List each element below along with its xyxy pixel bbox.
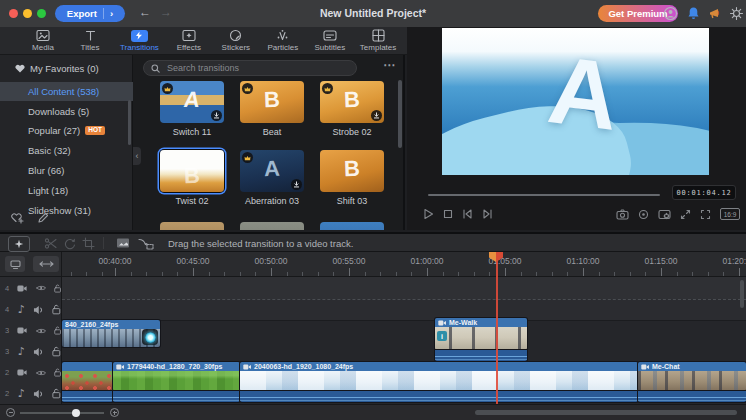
lock-icon[interactable]	[52, 388, 61, 399]
transition-card-beat[interactable]: B Beat	[240, 81, 304, 137]
sidebar-item-blur[interactable]: Blur (66)	[0, 161, 133, 180]
mute-speaker-icon[interactable]	[33, 305, 45, 315]
undo-back-icon[interactable]: ←	[139, 5, 151, 19]
ruler-label: 01:15:00	[644, 256, 677, 266]
transition-card-shift-03[interactable]: B Shift 03	[320, 150, 384, 206]
grid-scrollbar[interactable]	[398, 80, 402, 148]
download-icon[interactable]	[371, 110, 382, 121]
transition-card-strobe-02[interactable]: B Strobe 02	[320, 81, 384, 137]
snapshot-camera-icon[interactable]	[616, 209, 629, 220]
transition-thumbnail[interactable]	[320, 222, 384, 230]
split-icon	[44, 237, 58, 250]
play-button[interactable]	[423, 208, 434, 220]
preview-settings-icon[interactable]	[658, 209, 671, 220]
track-controls-button[interactable]	[5, 256, 25, 272]
download-icon[interactable]	[211, 110, 222, 121]
transition-card-aberration-03[interactable]: A Aberration 03	[240, 150, 304, 206]
search-input[interactable]	[165, 62, 349, 74]
visibility-eye-icon[interactable]	[36, 369, 46, 377]
sidebar-scrollbar[interactable]	[128, 100, 131, 145]
account-icon[interactable]	[663, 6, 678, 21]
tab-stickers[interactable]: Stickers	[219, 29, 253, 52]
redo-forward-icon[interactable]: →	[160, 5, 172, 19]
notifications-bell-icon[interactable]	[686, 6, 701, 21]
clip-me-walk-video[interactable]: Me-Walk i	[435, 318, 527, 350]
track-row-audio-4[interactable]	[62, 299, 746, 320]
clip-2040063-video[interactable]: 2040063-hd_1920_1080_24fps	[240, 362, 638, 391]
aspect-ratio-button[interactable]: 16:9	[720, 208, 740, 220]
lock-icon[interactable]	[54, 325, 61, 336]
magic-wand-button[interactable]	[8, 236, 30, 252]
fullscreen-icon[interactable]	[700, 209, 711, 220]
sidebar-item-light[interactable]: Light (18)	[0, 181, 133, 200]
clip-winter-video[interactable]: 840_2160_24fps	[62, 320, 160, 347]
settings-gear-icon[interactable]	[729, 6, 744, 21]
clip-flowers-video[interactable]	[62, 362, 113, 391]
next-frame-button[interactable]	[482, 209, 493, 219]
clip-info-icon[interactable]: i	[437, 331, 447, 341]
lock-icon[interactable]	[54, 283, 61, 294]
maximize-window-button[interactable]	[37, 9, 46, 18]
transition-card-switch-11[interactable]: A Switch 11	[160, 81, 224, 137]
clip-me-walk-audio[interactable]	[435, 350, 527, 361]
sidebar-item-downloads[interactable]: Downloads (5)	[0, 102, 133, 121]
video-track-icon	[17, 326, 27, 335]
search-bar[interactable]	[143, 60, 357, 76]
clip-2040063-audio[interactable]	[240, 391, 638, 402]
mute-speaker-icon[interactable]	[33, 347, 45, 357]
sidebar-item-favorites[interactable]: My Favorites (0)	[15, 63, 99, 74]
sidebar-item-basic[interactable]: Basic (32)	[0, 141, 133, 160]
tab-subtitles[interactable]: Subtitles	[313, 29, 347, 52]
collapse-panel-icon[interactable]: ‹	[133, 147, 141, 165]
track-row-video-3[interactable]	[62, 320, 746, 341]
detach-preview-icon[interactable]	[680, 209, 691, 220]
stop-button[interactable]	[443, 209, 453, 219]
track-row-audio-3[interactable]	[62, 341, 746, 362]
close-window-button[interactable]	[9, 9, 18, 18]
edit-category-icon[interactable]	[37, 212, 49, 224]
track-row-video-4[interactable]	[62, 277, 746, 299]
transition-thumbnail[interactable]	[160, 222, 224, 230]
zoom-out-icon[interactable]	[6, 408, 15, 417]
clip-1779440-video[interactable]: 1779440-hd_1280_720_30fps	[113, 362, 240, 391]
zoom-slider-track[interactable]	[20, 412, 104, 414]
transition-card-twist-02[interactable]: B Twist 02	[160, 150, 224, 206]
zoom-in-icon[interactable]	[110, 408, 119, 417]
tab-transitions[interactable]: Transitions	[120, 29, 159, 52]
mute-speaker-icon[interactable]	[33, 389, 45, 399]
lock-icon[interactable]	[52, 304, 61, 315]
vertical-scrollbar[interactable]	[740, 280, 744, 308]
transition-applied-icon[interactable]	[142, 329, 158, 345]
lock-icon[interactable]	[52, 346, 61, 357]
clip-thumbnails	[113, 371, 240, 391]
horizontal-scrollbar[interactable]	[475, 410, 737, 415]
export-button[interactable]: Export ›	[55, 5, 125, 22]
tab-titles[interactable]: Titles	[73, 29, 107, 52]
sidebar-item-popular[interactable]: Popular (27) HOT	[0, 121, 133, 140]
clip-1779440-audio[interactable]	[113, 391, 240, 402]
whats-new-megaphone-icon[interactable]	[708, 6, 723, 21]
seek-bar[interactable]	[428, 194, 660, 196]
timeline-ruler[interactable]: 00:40:00 00:45:00 00:50:00 00:55:00 01:0…	[62, 252, 746, 277]
more-options-icon[interactable]: ⋯	[383, 58, 396, 72]
visibility-eye-icon[interactable]	[36, 284, 46, 292]
tab-particles[interactable]: Particles	[266, 29, 300, 52]
minimize-window-button[interactable]	[23, 9, 32, 18]
tab-effects[interactable]: Effects	[172, 29, 206, 52]
download-icon[interactable]	[291, 179, 302, 190]
record-icon[interactable]	[638, 209, 649, 220]
transition-thumbnail[interactable]	[240, 222, 304, 230]
lock-icon[interactable]	[54, 367, 61, 378]
transition-letter: B	[264, 87, 281, 114]
clip-flowers-audio[interactable]	[62, 391, 113, 402]
clip-me-chat-audio[interactable]	[638, 391, 746, 402]
visibility-eye-icon[interactable]	[36, 327, 46, 335]
add-favorite-icon[interactable]	[11, 212, 24, 224]
tab-media[interactable]: Media	[26, 29, 60, 52]
zoom-slider-knob[interactable]	[72, 409, 80, 417]
fit-timeline-button[interactable]	[33, 256, 59, 272]
clip-me-chat-video[interactable]: Me-Chat	[638, 362, 746, 391]
previous-frame-button[interactable]	[462, 209, 473, 219]
tab-templates[interactable]: Templates	[360, 29, 396, 52]
sidebar-item-all-content[interactable]: All Content (538)	[0, 82, 133, 101]
